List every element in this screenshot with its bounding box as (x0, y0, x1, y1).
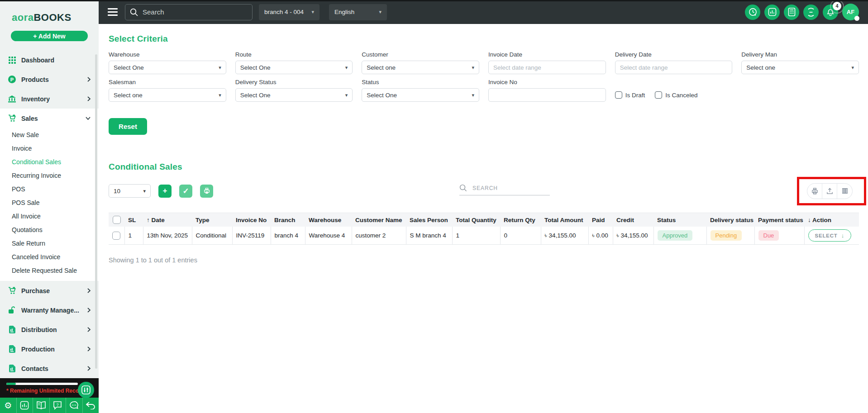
sidebar-item-production[interactable]: Production (0, 339, 99, 359)
sidebar-subitem-recurring-invoice[interactable]: Recurring Invoice (0, 169, 99, 182)
sidebar-subitem-invoice[interactable]: Invoice (0, 142, 99, 155)
sidebar-item-sales[interactable]: Sales (0, 109, 99, 128)
column-header-sales-person[interactable]: Sales Person (406, 213, 452, 227)
sidebar-item-dashboard[interactable]: Dashboard (0, 50, 99, 70)
select-all-checkbox[interactable] (113, 216, 121, 224)
delivery-date-range-field[interactable] (615, 61, 733, 74)
hamburger-menu-button[interactable] (108, 6, 118, 18)
sidebar-scrollbar[interactable] (95, 54, 97, 369)
settings-button[interactable]: ⚙ (0, 398, 17, 413)
column-header-date[interactable]: ↑ Date (143, 213, 192, 227)
row-select-action-button[interactable]: SELECT ↓ (808, 229, 851, 242)
column-header-type[interactable]: Type (192, 213, 232, 227)
branch-selector[interactable]: branch 4 - 004 ▾ (259, 4, 320, 20)
is-canceled-checkbox-item[interactable]: Is Canceled (655, 91, 697, 99)
chevron-right-icon (87, 77, 91, 82)
table-search-input[interactable] (472, 185, 531, 191)
approve-selected-button[interactable]: ✓ (179, 185, 192, 198)
is-draft-checkbox[interactable] (615, 91, 622, 99)
delivery-man-select[interactable]: Select one▾ (741, 61, 859, 74)
time-tracker-button[interactable] (745, 5, 760, 20)
column-settings-button[interactable] (837, 184, 852, 199)
sidebar-subitem-pos[interactable]: POS (0, 182, 99, 196)
sidebar-subitem-conditional-sales[interactable]: Conditional Sales (0, 155, 99, 169)
sidebar-item-products[interactable]: P Products (0, 70, 99, 89)
print-selected-button[interactable] (200, 185, 213, 198)
sidebar-item-inventory[interactable]: Inventory (0, 89, 99, 109)
payment-status-badge: Due (758, 230, 779, 241)
add-sale-button[interactable]: + (158, 185, 172, 198)
sidebar-item-warranty-management[interactable]: Warranty Manage... (0, 300, 99, 320)
warehouse-select[interactable]: Select One▾ (109, 61, 226, 74)
column-header-invoice-no[interactable]: Invoice No (232, 213, 271, 227)
reports-button[interactable] (17, 398, 33, 413)
column-header-payment-status[interactable]: Payment status (754, 213, 804, 227)
sidebar-subitem-new-sale[interactable]: New Sale (0, 128, 99, 142)
cell-status: Approved (653, 227, 706, 245)
sidebar-item-label: Inventory (21, 95, 82, 103)
column-header-total-quantity[interactable]: Total Quantity (452, 213, 500, 227)
export-button[interactable] (822, 184, 837, 199)
sidebar-item-contacts[interactable]: Contacts (0, 359, 99, 378)
delivery-status-select[interactable]: Select One▾ (235, 88, 353, 102)
calculator-button[interactable] (784, 5, 799, 20)
chat-button[interactable] (66, 398, 83, 413)
column-header-action[interactable]: ↓ Action (804, 213, 859, 227)
global-search-input[interactable] (143, 8, 248, 16)
page-size-select[interactable]: 10 ▾ (109, 184, 151, 198)
sidebar-subitem-pos-sale[interactable]: POS Sale (0, 196, 99, 209)
is-canceled-checkbox[interactable] (655, 91, 662, 99)
sidebar-subitem-all-invoice[interactable]: All Invoice (0, 209, 99, 223)
column-header-total-amount[interactable]: Total Amount (541, 213, 588, 227)
scanner-button[interactable] (803, 5, 819, 20)
filter-label: Delivery Status (235, 79, 353, 85)
column-header-return-qty[interactable]: Return Qty (500, 213, 541, 227)
column-header-delivery-status[interactable]: Delivery status (706, 213, 754, 227)
conditional-sales-title: Conditional Sales (109, 162, 859, 172)
delivery-date-range-input[interactable] (620, 64, 728, 71)
stats-button[interactable] (764, 5, 780, 20)
language-selector[interactable]: English ▾ (329, 4, 387, 20)
delivery-status-badge: Pending (711, 230, 742, 241)
sliders-button[interactable] (78, 382, 94, 398)
sidebar-subitem-sale-return[interactable]: Sale Return (0, 237, 99, 250)
invoice-no-field[interactable] (488, 88, 606, 102)
column-header-customer-name[interactable]: Customer Name (352, 213, 406, 227)
invoice-date-range-input[interactable] (493, 64, 601, 71)
row-checkbox[interactable] (112, 232, 120, 240)
table-header-row: SL ↑ Date Type Invoice No Branch Warehou… (109, 213, 859, 227)
sidebar-item-distribution[interactable]: Distribution (0, 320, 99, 339)
column-header-branch[interactable]: Branch (271, 213, 305, 227)
column-header-paid[interactable]: Paid (588, 213, 613, 227)
column-header-warehouse[interactable]: Warehouse (305, 213, 352, 227)
invoice-no-input[interactable] (493, 92, 601, 99)
undo-button[interactable] (83, 398, 99, 413)
column-header-sl[interactable]: SL (124, 213, 143, 227)
add-new-button[interactable]: + Add New (11, 31, 88, 41)
sidebar-item-purchase[interactable]: Purchase (0, 281, 99, 300)
salesman-select[interactable]: Select one▾ (109, 88, 226, 102)
sidebar-subitem-quotations[interactable]: Quotations (0, 223, 99, 237)
route-select[interactable]: Select One▾ (235, 61, 353, 74)
brand-logo[interactable]: aoraBOOKS (0, 0, 99, 24)
column-header-credit[interactable]: Credit (613, 213, 653, 227)
status-select[interactable]: Select One▾ (362, 88, 479, 102)
print-table-button[interactable] (807, 184, 822, 199)
column-header-status[interactable]: Status (653, 213, 706, 227)
customer-select[interactable]: Select one▾ (362, 61, 479, 74)
help-button[interactable]: ? (50, 398, 67, 413)
table-search-box[interactable] (459, 184, 550, 195)
docs-button[interactable] (33, 398, 50, 413)
notifications-button[interactable]: 4 (823, 5, 838, 20)
cell-customer-name: customer 2 (352, 227, 406, 245)
sidebar-subitem-delete-requested-sale[interactable]: Delete Requested Sale (0, 264, 99, 277)
cell-type: Conditional (192, 227, 232, 245)
sidebar-subitem-canceled-invoice[interactable]: Canceled Invoice (0, 250, 99, 264)
user-avatar[interactable]: AF (842, 4, 859, 20)
svg-text:?: ? (57, 403, 59, 407)
global-search-box[interactable] (125, 4, 253, 20)
grid-icon (8, 56, 16, 64)
reset-button[interactable]: Reset (109, 118, 147, 135)
is-draft-checkbox-item[interactable]: Is Draft (615, 91, 645, 99)
invoice-date-range-field[interactable] (488, 61, 606, 74)
